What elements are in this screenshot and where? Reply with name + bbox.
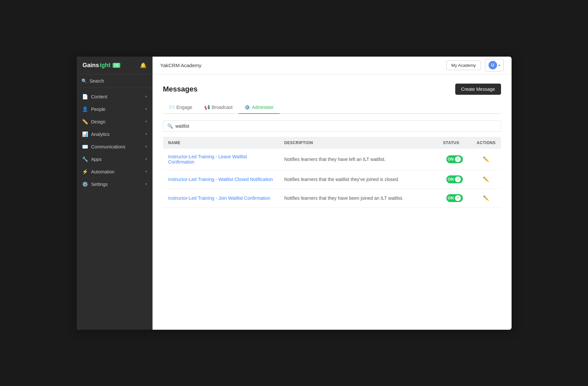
toggle-check-icon: ✓: [455, 176, 461, 182]
row-status-cell: ON ✓: [438, 189, 471, 207]
sidebar-item-design[interactable]: ✏️ Design ▾: [77, 116, 153, 128]
automation-icon: ⚡: [82, 169, 88, 175]
col-header-description: DESCRIPTION: [279, 137, 438, 149]
message-name-link[interactable]: Instructor-Led Training - Waitlist Close…: [168, 177, 273, 182]
search-input[interactable]: [90, 78, 148, 84]
status-on-label: ON: [448, 177, 454, 182]
edit-icon[interactable]: ✏️: [480, 175, 492, 183]
my-academy-button[interactable]: My Academy: [446, 61, 481, 70]
sidebar-item-label: Settings: [91, 182, 108, 187]
chevron-right-icon: ▾: [145, 107, 147, 111]
chevron-right-icon: ▾: [145, 169, 147, 174]
status-toggle[interactable]: ON ✓: [446, 155, 463, 163]
chevron-right-icon: ▾: [145, 182, 147, 186]
notification-bell-icon[interactable]: 🔔: [140, 62, 147, 68]
table-row: Instructor-Led Training - Join Waitlist …: [163, 189, 501, 207]
tabs-bar: ✉️ Engage 📢 Broadcast ⚙️ Administer: [163, 101, 501, 114]
broadcast-tab-icon: 📢: [204, 105, 210, 110]
topbar-title: YakCRM Academy: [160, 63, 202, 68]
chevron-right-icon: ▾: [145, 157, 147, 161]
chevron-down-icon: ▾: [498, 64, 500, 67]
row-description-cell: Notifies learners that the waitlist they…: [279, 170, 438, 189]
edit-icon[interactable]: ✏️: [480, 155, 492, 163]
sidebar-item-label: People: [91, 107, 106, 112]
sidebar-item-automation[interactable]: ⚡ Automation ▾: [77, 166, 153, 178]
sidebar: Gainsight CE 🔔 🔍 📄 Content ▾ 👤 People: [77, 57, 153, 330]
sidebar-item-content[interactable]: 📄 Content ▾: [77, 90, 153, 103]
sidebar-item-label: Apps: [91, 157, 102, 162]
avatar: U: [489, 61, 497, 69]
tab-broadcast-label: Broadcast: [212, 105, 233, 110]
table-header-row: NAME DESCRIPTION STATUS ACTIONS: [163, 137, 501, 149]
row-actions-cell: ✏️: [471, 149, 501, 170]
tab-engage-label: Engage: [177, 105, 192, 110]
status-toggle[interactable]: ON ✓: [446, 175, 463, 183]
search-icon: 🔍: [81, 78, 87, 84]
settings-icon: ⚙️: [82, 181, 88, 187]
user-menu-button[interactable]: U ▾: [485, 59, 504, 71]
row-status-cell: ON ✓: [438, 170, 471, 189]
table-search-input[interactable]: [176, 123, 497, 129]
logo: Gainsight CE: [83, 62, 121, 69]
toggle-check-icon: ✓: [455, 156, 461, 162]
table-search-container: 🔍: [163, 120, 501, 132]
row-name-cell: Instructor-Led Training - Waitlist Close…: [163, 170, 279, 189]
sidebar-item-apps[interactable]: 🔧 Apps ▾: [77, 153, 153, 166]
row-actions-cell: ✏️: [471, 170, 501, 189]
sidebar-item-people[interactable]: 👤 People ▾: [77, 103, 153, 116]
sidebar-search-container[interactable]: 🔍: [77, 74, 153, 88]
tab-broadcast[interactable]: 📢 Broadcast: [198, 101, 238, 114]
message-name-link[interactable]: Instructor-Led Training - Leave Waitlist…: [168, 154, 247, 165]
top-bar: YakCRM Academy My Academy U ▾: [153, 57, 512, 74]
app-frame: Gainsight CE 🔔 🔍 📄 Content ▾ 👤 People: [77, 57, 512, 330]
page-header: Messages Create Message: [163, 84, 501, 95]
sidebar-item-label: Content: [91, 94, 107, 99]
engage-tab-icon: ✉️: [169, 105, 175, 110]
design-icon: ✏️: [82, 119, 88, 125]
sidebar-item-label: Automation: [91, 169, 115, 174]
create-message-button[interactable]: Create Message: [455, 84, 501, 95]
tab-engage[interactable]: ✉️ Engage: [163, 101, 198, 114]
status-toggle[interactable]: ON ✓: [446, 194, 463, 202]
messages-table: NAME DESCRIPTION STATUS ACTIONS Instruct…: [163, 137, 501, 208]
row-actions-cell: ✏️: [471, 189, 501, 207]
chevron-right-icon: ▾: [145, 119, 147, 124]
sidebar-item-label: Analytics: [91, 132, 110, 137]
sidebar-item-communications[interactable]: ✉️ Communications ▾: [77, 141, 153, 153]
col-header-actions: ACTIONS: [471, 137, 501, 149]
logo-gainsight: Gains: [83, 62, 99, 69]
row-name-cell: Instructor-Led Training - Leave Waitlist…: [163, 149, 279, 170]
row-name-cell: Instructor-Led Training - Join Waitlist …: [163, 189, 279, 207]
col-header-status: STATUS: [438, 137, 471, 149]
status-on-label: ON: [448, 196, 454, 200]
main-content: YakCRM Academy My Academy U ▾ Messages C…: [153, 57, 512, 330]
row-description-cell: Notifies learners that they have been jo…: [279, 189, 438, 207]
row-status-cell: ON ✓: [438, 149, 471, 170]
chevron-right-icon: ▾: [145, 132, 147, 136]
content-icon: 📄: [82, 94, 88, 100]
table-row: Instructor-Led Training - Leave Waitlist…: [163, 149, 501, 170]
tab-administer[interactable]: ⚙️ Administer: [238, 101, 280, 114]
toggle-check-icon: ✓: [455, 195, 461, 201]
tab-administer-label: Administer: [252, 105, 274, 110]
chevron-right-icon: ▾: [145, 94, 147, 99]
chevron-right-icon: ▾: [145, 144, 147, 149]
message-name-link[interactable]: Instructor-Led Training - Join Waitlist …: [168, 195, 270, 201]
logo-ht: ight: [100, 62, 111, 69]
sidebar-item-settings[interactable]: ⚙️ Settings ▾: [77, 178, 153, 191]
row-description-cell: Notifies learners that they have left an…: [279, 149, 438, 170]
page-title: Messages: [163, 85, 198, 93]
edit-icon[interactable]: ✏️: [480, 194, 492, 202]
sidebar-item-label: Communications: [91, 144, 126, 149]
sidebar-logo: Gainsight CE 🔔: [77, 57, 153, 74]
page-content: Messages Create Message ✉️ Engage 📢 Broa…: [153, 74, 512, 330]
sidebar-nav: 📄 Content ▾ 👤 People ▾ ✏️ Design ▾: [77, 88, 153, 330]
apps-icon: 🔧: [82, 156, 88, 162]
table-row: Instructor-Led Training - Waitlist Close…: [163, 170, 501, 189]
sidebar-item-analytics[interactable]: 📊 Analytics ▾: [77, 128, 153, 141]
communications-icon: ✉️: [82, 144, 88, 150]
topbar-right: My Academy U ▾: [446, 59, 503, 71]
analytics-icon: 📊: [82, 131, 88, 137]
sidebar-item-label: Design: [91, 119, 106, 124]
search-icon: 🔍: [167, 123, 173, 129]
